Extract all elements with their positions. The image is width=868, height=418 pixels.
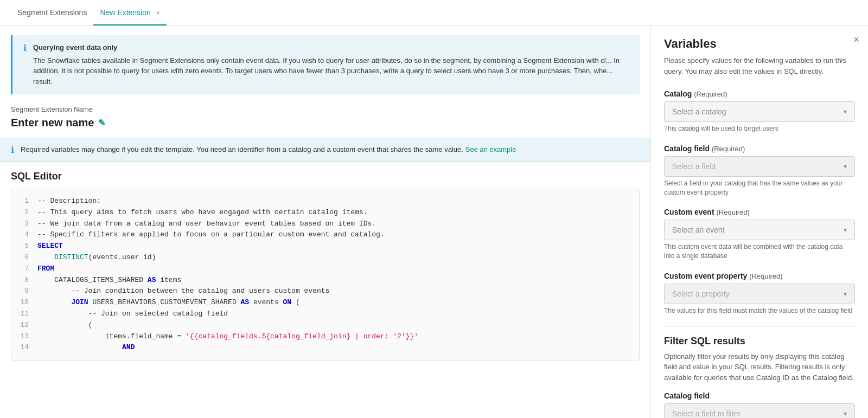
name-section: Segment Extension Name Enter new name ✎ bbox=[0, 94, 650, 138]
sql-line-12: 12 ( bbox=[11, 320, 639, 331]
custom-event-chevron-icon: ▾ bbox=[844, 226, 847, 234]
sql-line-10: 10 JOIN USERS_BEHAVIORS_CUSTOMEVENT_SHAR… bbox=[11, 297, 639, 308]
sql-line-7: 7 FROM bbox=[11, 263, 639, 275]
sql-line-9: 9 -- Join condition between the catalog … bbox=[11, 286, 639, 297]
sql-line-3: 3 -- We join data from a catalog and use… bbox=[11, 218, 639, 230]
top-nav: Segment Extensions New Extension × bbox=[0, 0, 868, 26]
sql-line-8: 8 CATALOGS_ITEMS_SHARED AS items bbox=[11, 275, 639, 286]
see-example-link[interactable]: See an example bbox=[465, 145, 516, 153]
sql-line-14: 14 AND bbox=[11, 342, 639, 353]
custom-event-label: Custom event (Required) bbox=[664, 208, 855, 216]
catalog-field-label: Catalog field (Required) bbox=[664, 144, 855, 153]
sql-line-4: 4 -- Specific filters are applied to foc… bbox=[11, 229, 639, 241]
filter-section-desc: Optionally filter your results by only d… bbox=[664, 351, 855, 383]
sql-line-11: 11 -- Join on selected catalog field bbox=[11, 308, 639, 320]
filter-catalog-field-select[interactable]: Select a field to filter ▾ bbox=[664, 403, 855, 418]
sql-line-2: 2 -- This query aims to fetch users who … bbox=[11, 207, 639, 218]
catalog-field-select[interactable]: Select a field ▾ bbox=[664, 156, 855, 177]
info-banner: ℹ Querying event data only The Snowflake… bbox=[11, 35, 640, 94]
catalog-label: Catalog (Required) bbox=[664, 89, 855, 98]
custom-event-property-field-group: Custom event property (Required) Select … bbox=[664, 272, 855, 316]
custom-event-property-label: Custom event property (Required) bbox=[664, 272, 855, 280]
sql-line-6: 6 DISTINCT(events.user_id) bbox=[11, 252, 639, 263]
sql-editor-title: SQL Editor bbox=[11, 171, 640, 182]
catalog-chevron-icon: ▾ bbox=[844, 108, 847, 115]
warning-banner: ℹ Required variables may change if you e… bbox=[0, 138, 650, 162]
name-label: Segment Extension Name bbox=[11, 105, 640, 113]
panel-title: Variables bbox=[664, 37, 855, 51]
panel-subtitle: Please specify values for the following … bbox=[664, 55, 855, 76]
sql-editor-box[interactable]: 1 -- Description: 2 -- This query aims t… bbox=[11, 189, 640, 361]
custom-event-property-chevron-icon: ▾ bbox=[844, 290, 847, 298]
catalog-field-field-group: Catalog field (Required) Select a field … bbox=[664, 144, 855, 197]
info-icon: ℹ bbox=[23, 43, 27, 87]
catalog-field-group: Catalog (Required) Select a catalog ▾ Th… bbox=[664, 89, 855, 133]
filter-section-title: Filter SQL results bbox=[664, 336, 855, 347]
custom-event-property-desc: The values for this field must match the… bbox=[664, 306, 855, 316]
right-panel: × Variables Please specify values for th… bbox=[651, 26, 868, 418]
section-divider bbox=[664, 326, 855, 327]
info-banner-body: The Snowflake tables available in Segmen… bbox=[33, 55, 629, 87]
sql-line-13: 13 items.field_name = '{{catalog_fields.… bbox=[11, 331, 639, 343]
sql-editor-section: SQL Editor 1 -- Description: 2 -- This q… bbox=[0, 171, 650, 371]
filter-catalog-field-chevron-icon: ▾ bbox=[844, 410, 847, 417]
left-panel: ℹ Querying event data only The Snowflake… bbox=[0, 26, 651, 418]
custom-event-desc: This custom event data will be combined … bbox=[664, 242, 855, 261]
filter-catalog-field-group: Catalog field Select a field to filter ▾ bbox=[664, 391, 855, 418]
tab-new-extension[interactable]: New Extension × bbox=[93, 1, 166, 25]
info-banner-title: Querying event data only bbox=[33, 42, 629, 53]
edit-name-icon[interactable]: ✎ bbox=[98, 118, 105, 128]
catalog-field-chevron-icon: ▾ bbox=[844, 163, 847, 170]
tab-segment-extensions[interactable]: Segment Extensions bbox=[11, 1, 93, 25]
sql-lines: 1 -- Description: 2 -- This query aims t… bbox=[11, 189, 639, 360]
extension-name-value: Enter new name ✎ bbox=[11, 117, 640, 129]
close-panel-button[interactable]: × bbox=[853, 35, 859, 44]
tab-close-icon[interactable]: × bbox=[156, 9, 160, 17]
sql-line-5: 5 SELECT bbox=[11, 241, 639, 252]
filter-catalog-field-label: Catalog field bbox=[664, 391, 855, 400]
main-layout: ℹ Querying event data only The Snowflake… bbox=[0, 26, 868, 418]
custom-event-select[interactable]: Select an event ▾ bbox=[664, 220, 855, 240]
sql-line-1: 1 -- Description: bbox=[11, 196, 639, 207]
catalog-desc: This catalog will be used to target user… bbox=[664, 124, 855, 133]
catalog-field-desc: Select a field in your catalog that has … bbox=[664, 179, 855, 197]
custom-event-property-select[interactable]: Select a property ▾ bbox=[664, 284, 855, 304]
catalog-select[interactable]: Select a catalog ▾ bbox=[664, 101, 855, 122]
warning-info-icon: ℹ bbox=[11, 145, 14, 155]
custom-event-field-group: Custom event (Required) Select an event … bbox=[664, 208, 855, 261]
